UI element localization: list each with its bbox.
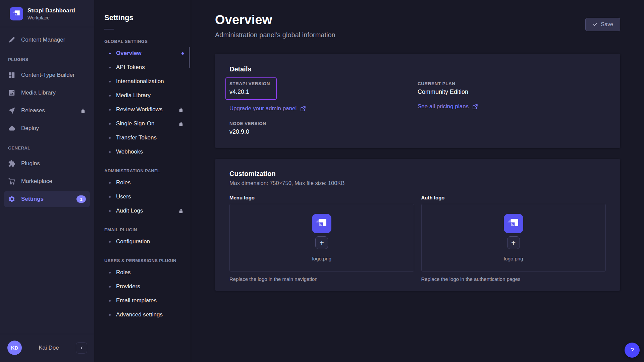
strapi-logo-icon	[312, 214, 331, 233]
workspace-brand[interactable]: Strapi Dashboard Workplace	[0, 0, 94, 27]
sidebar-item-content-type-builder[interactable]: Content-Type Builder	[4, 67, 90, 83]
settings-item-label: API Tokens	[116, 64, 145, 71]
sidebar-item-label: Media Library	[21, 89, 56, 96]
sidebar-item-media-library[interactable]: Media Library	[4, 85, 90, 101]
settings-item-audit-logs[interactable]: Audit Logs	[94, 204, 191, 218]
media-library-icon	[8, 89, 15, 97]
bullet-icon	[109, 241, 111, 243]
settings-section-label-administration-panel: ADMINISTRATION PANEL	[104, 168, 181, 173]
bullet-icon	[109, 182, 111, 184]
help-button[interactable]: ?	[625, 343, 640, 358]
settings-item-roles[interactable]: Roles	[94, 176, 191, 190]
strapi-version-label: STRAPI VERSION	[229, 81, 270, 86]
chevron-left-icon	[79, 346, 84, 350]
details-heading: Details	[229, 65, 606, 73]
logo-file-name: logo.png	[504, 256, 523, 261]
settings-item-label: Providers	[116, 283, 140, 290]
settings-item-users[interactable]: Users	[94, 190, 191, 204]
sidebar-item-deploy[interactable]: Deploy	[4, 120, 90, 136]
save-button[interactable]: Save	[585, 18, 620, 31]
content-manager-icon	[8, 36, 15, 44]
sidebar-item-label: Plugins	[21, 160, 40, 167]
settings-item-label: Email templates	[116, 297, 157, 304]
sidebar-item-settings[interactable]: Settings1	[4, 191, 90, 207]
lock-icon	[178, 121, 184, 127]
sidebar-item-label: Releases	[21, 107, 45, 114]
bullet-icon	[109, 300, 111, 302]
settings-item-single-sign-on[interactable]: Single Sign-On	[94, 117, 191, 131]
sidebar-item-content-manager[interactable]: Content Manager	[4, 32, 90, 48]
scrollbar-thumb[interactable]	[189, 47, 190, 68]
details-left-column: STRAPI VERSION v4.20.1 Upgrade your admi…	[229, 81, 418, 135]
add-logo-button[interactable]: +	[315, 236, 328, 249]
logo-file-name: logo.png	[312, 256, 331, 261]
main-sidebar: Strapi Dashboard Workplace Content Manag…	[0, 0, 94, 362]
settings-icon	[8, 195, 15, 203]
notification-dot	[181, 52, 184, 55]
menu-logo-field: Menu logo + logo.png	[229, 195, 414, 282]
current-plan-label: CURRENT PLAN	[418, 81, 606, 86]
user-row: KD Kai Doe	[0, 334, 94, 362]
check-icon	[592, 22, 598, 27]
upgrade-admin-panel-link[interactable]: Upgrade your admin panel	[229, 105, 306, 112]
collapse-sidebar-button[interactable]	[76, 342, 87, 354]
settings-item-providers[interactable]: Providers	[94, 280, 191, 294]
settings-item-advanced-settings[interactable]: Advanced settings	[94, 308, 191, 322]
bullet-icon	[109, 137, 111, 139]
sidebar-item-plugins[interactable]: Plugins	[4, 156, 90, 172]
settings-item-configuration[interactable]: Configuration	[94, 235, 191, 249]
auth-logo-field: Auth logo + logo.png	[421, 195, 606, 282]
menu-logo-uploader[interactable]: + logo.png	[229, 204, 414, 272]
current-plan-field: CURRENT PLAN Community Edition	[418, 81, 606, 96]
settings-item-review-workflows[interactable]: Review Workflows	[94, 103, 191, 117]
settings-section-label-users-permissions-plugin: USERS & PERMISSIONS PLUGIN	[104, 258, 181, 263]
plugins-icon	[8, 160, 15, 167]
sidebar-item-releases[interactable]: Releases	[4, 103, 90, 119]
settings-item-internationalization[interactable]: Internationalization	[94, 74, 191, 88]
plus-icon: +	[320, 239, 324, 247]
sidebar-item-marketplace[interactable]: Marketplace	[4, 173, 90, 189]
settings-item-roles[interactable]: Roles	[94, 265, 191, 280]
pricing-plans-link[interactable]: See all pricing plans	[418, 103, 478, 110]
settings-item-webhooks[interactable]: Webhooks	[94, 145, 191, 159]
customization-card: Customization Max dimension: 750×750, Ma…	[215, 159, 620, 291]
settings-item-label: Transfer Tokens	[116, 134, 157, 141]
question-mark-icon: ?	[630, 347, 634, 354]
sidebar-item-label: Content-Type Builder	[21, 72, 75, 78]
bullet-icon	[109, 151, 111, 153]
bullet-icon	[109, 109, 111, 111]
bullet-icon	[109, 210, 111, 212]
main-content: Overview Administration panel’s global i…	[191, 0, 644, 362]
settings-sidebar: Settings GLOBAL SETTINGSOverviewAPI Toke…	[94, 0, 191, 362]
settings-item-label: Roles	[116, 269, 130, 276]
add-logo-button[interactable]: +	[507, 236, 520, 249]
settings-item-email-templates[interactable]: Email templates	[94, 294, 191, 308]
settings-sidebar-title: Settings	[104, 13, 191, 22]
workspace-title: Strapi Dashboard	[28, 7, 75, 14]
page-title: Overview	[215, 13, 335, 27]
marketplace-icon	[8, 178, 15, 185]
bullet-icon	[109, 81, 111, 82]
workspace-text: Strapi Dashboard Workplace	[28, 7, 75, 20]
releases-icon	[8, 107, 15, 114]
settings-item-label: Audit Logs	[116, 207, 143, 214]
settings-item-overview[interactable]: Overview	[94, 46, 191, 60]
lock-icon	[178, 107, 184, 113]
user-avatar[interactable]: KD	[7, 341, 22, 355]
strapi-logo-icon	[10, 7, 23, 20]
strapi-admin-app: Strapi Dashboard Workplace Content Manag…	[0, 0, 644, 362]
deploy-icon	[8, 125, 15, 132]
nav-section-label-general: GENERAL	[8, 145, 86, 150]
lock-icon	[80, 108, 86, 114]
external-link-icon	[472, 104, 478, 110]
sidebar-item-label: Content Manager	[21, 37, 65, 43]
settings-item-api-tokens[interactable]: API Tokens	[94, 60, 191, 74]
auth-logo-uploader[interactable]: + logo.png	[421, 204, 606, 272]
settings-item-transfer-tokens[interactable]: Transfer Tokens	[94, 131, 191, 145]
settings-title-divider	[104, 29, 114, 29]
settings-item-media-library[interactable]: Media Library	[94, 88, 191, 103]
current-plan-value: Community Edition	[418, 88, 606, 96]
node-version-field: NODE VERSION v20.9.0	[229, 121, 418, 135]
save-button-label: Save	[601, 21, 613, 27]
bullet-icon	[109, 314, 111, 316]
